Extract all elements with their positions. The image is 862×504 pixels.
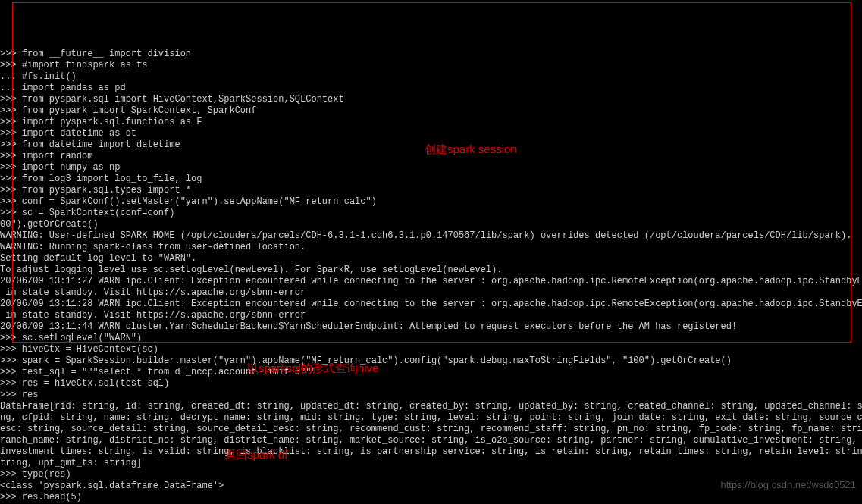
terminal-line: >>> import pyspark.sql.functions as F [0,117,862,128]
terminal-line: >>> res [0,390,862,401]
terminal-line: DataFrame[rid: string, id: string, creat… [0,401,862,412]
terminal-line: >>> sc.setLogLevel("WARN") [0,333,862,344]
terminal-output[interactable]: >>> from __future__ import division>>> #… [0,45,862,504]
watermark: https://blog.csdn.net/wsdc0521 [720,479,856,490]
terminal-line: in state standby. Visit https://s.apache… [0,287,862,299]
terminal-line: WARNING: User-defined SPARK_HOME (/opt/c… [0,230,862,242]
terminal-line: ranch_name: string, district_no: string,… [0,435,862,446]
terminal-line: >>> from pyspark.sql.types import * [0,185,862,196]
terminal-line: >>> import datetime as dt [0,128,862,139]
terminal-line: >>> sc = SparkContext(conf=conf) [0,208,862,219]
terminal-line: >>> from pyspark import SparkContext, Sp… [0,105,862,117]
terminal-line: >>> from __future__ import division [0,49,862,60]
terminal-line: Setting default log level to "WARN". [0,253,862,265]
terminal-line: >>> from pyspark.sql import HiveContext,… [0,94,862,105]
annotation-label-1: 创建spark session [425,143,517,155]
terminal-line: >>> spark = SparkSession.builder.master(… [0,355,862,367]
terminal-line: >>> res.head(5) [0,492,862,503]
terminal-line: WARNING: Running spark-class from user-d… [0,242,862,253]
terminal-line: >>> test_sql = """select * from dl_nccp.… [0,367,862,378]
terminal-line: investment_times: string, is_valid: stri… [0,446,862,458]
terminal-line: >>> res = hiveCtx.sql(test_sql) [0,378,862,390]
terminal-line: To adjust logging level use sc.setLogLev… [0,265,862,276]
terminal-line: 00").getOrCreate() [0,219,862,230]
terminal-line: esc: string, source_detail: string, sour… [0,424,862,435]
terminal-line: >>> hiveCtx = HiveContext(sc) [0,344,862,355]
terminal-line: >>> conf = SparkConf().setMaster("yarn")… [0,196,862,208]
terminal-line: >>> import numpy as np [0,162,862,174]
terminal-line: in state standby. Visit https://s.apache… [0,310,862,321]
annotation-label-3: 返回spark df [224,449,287,460]
terminal-line: tring, upt_gmt_ts: string] [0,458,862,469]
terminal-line: >>> #import findspark as fs [0,60,862,71]
terminal-line: ... #fs.init() [0,71,862,83]
terminal-line: 20/06/09 13:11:27 WARN ipc.Client: Excep… [0,276,862,287]
terminal-line: 20/06/09 13:11:44 WARN cluster.YarnSched… [0,321,862,333]
terminal-line: 20/06/09 13:11:28 WARN ipc.Client: Excep… [0,299,862,310]
annotation-label-2: 以sparksql的形式查询hive [247,362,378,374]
terminal-line: ng, cfpid: string, name: string, decrypt… [0,412,862,424]
terminal-line: ... import pandas as pd [0,83,862,94]
terminal-line: >>> from log3 import log_to_file, log [0,174,862,185]
